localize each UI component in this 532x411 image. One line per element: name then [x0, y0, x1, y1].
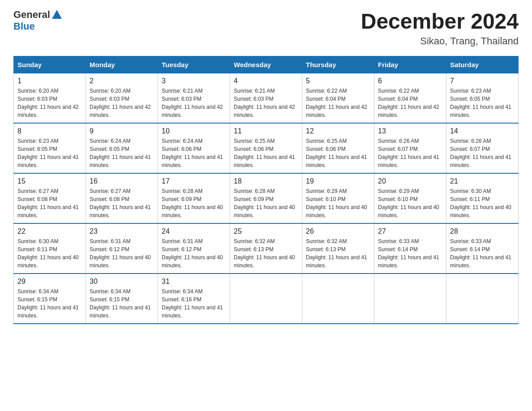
day-info: Sunrise: 6:27 AM Sunset: 6:08 PM Dayligh… — [17, 187, 82, 219]
day-number: 23 — [90, 227, 154, 235]
calendar-day-cell: 17 Sunrise: 6:28 AM Sunset: 6:09 PM Dayl… — [158, 173, 230, 223]
day-info: Sunrise: 6:25 AM Sunset: 6:06 PM Dayligh… — [306, 137, 370, 169]
day-number: 26 — [306, 227, 370, 235]
day-number: 31 — [162, 278, 226, 286]
day-number: 25 — [234, 227, 298, 235]
calendar-week-row: 1 Sunrise: 6:20 AM Sunset: 6:03 PM Dayli… — [14, 73, 519, 124]
day-info: Sunrise: 6:34 AM Sunset: 6:15 PM Dayligh… — [90, 287, 154, 320]
calendar-day-cell: 24 Sunrise: 6:31 AM Sunset: 6:12 PM Dayl… — [158, 223, 230, 274]
day-number: 15 — [17, 177, 82, 185]
calendar-header-row: SundayMondayTuesdayWednesdayThursdayFrid… — [14, 56, 519, 73]
calendar-day-cell: 28 Sunrise: 6:33 AM Sunset: 6:14 PM Dayl… — [446, 223, 519, 274]
day-info: Sunrise: 6:28 AM Sunset: 6:09 PM Dayligh… — [162, 187, 226, 219]
day-info: Sunrise: 6:20 AM Sunset: 6:03 PM Dayligh… — [17, 87, 82, 119]
day-number: 18 — [234, 177, 298, 185]
calendar-day-cell: 31 Sunrise: 6:34 AM Sunset: 6:16 PM Dayl… — [158, 274, 230, 324]
day-info: Sunrise: 6:31 AM Sunset: 6:12 PM Dayligh… — [90, 237, 154, 270]
day-info: Sunrise: 6:24 AM Sunset: 6:05 PM Dayligh… — [90, 137, 154, 169]
logo-blue-text: Blue — [13, 21, 35, 32]
calendar-day-cell: 14 Sunrise: 6:26 AM Sunset: 6:07 PM Dayl… — [446, 123, 519, 173]
calendar-week-row: 8 Sunrise: 6:23 AM Sunset: 6:05 PM Dayli… — [14, 123, 519, 173]
calendar-day-cell: 5 Sunrise: 6:22 AM Sunset: 6:04 PM Dayli… — [302, 73, 374, 124]
day-info: Sunrise: 6:22 AM Sunset: 6:04 PM Dayligh… — [306, 87, 370, 119]
day-number: 17 — [162, 177, 226, 185]
day-number: 2 — [90, 77, 154, 85]
calendar-day-cell: 26 Sunrise: 6:32 AM Sunset: 6:13 PM Dayl… — [302, 223, 374, 274]
day-info: Sunrise: 6:32 AM Sunset: 6:13 PM Dayligh… — [234, 237, 298, 270]
day-info: Sunrise: 6:25 AM Sunset: 6:06 PM Dayligh… — [234, 137, 298, 169]
empty-cell — [374, 274, 446, 324]
day-info: Sunrise: 6:29 AM Sunset: 6:10 PM Dayligh… — [378, 187, 442, 219]
calendar-day-cell: 21 Sunrise: 6:30 AM Sunset: 6:11 PM Dayl… — [446, 173, 519, 223]
page-subtitle: Sikao, Trang, Thailand — [361, 35, 519, 47]
day-info: Sunrise: 6:21 AM Sunset: 6:03 PM Dayligh… — [234, 87, 298, 119]
calendar-header-wednesday: Wednesday — [230, 56, 302, 73]
day-number: 24 — [162, 227, 226, 235]
empty-cell — [446, 274, 519, 324]
day-number: 16 — [90, 177, 154, 185]
calendar-day-cell: 16 Sunrise: 6:27 AM Sunset: 6:08 PM Dayl… — [86, 173, 158, 223]
day-number: 27 — [378, 227, 442, 235]
day-info: Sunrise: 6:28 AM Sunset: 6:09 PM Dayligh… — [234, 187, 298, 219]
day-info: Sunrise: 6:30 AM Sunset: 6:11 PM Dayligh… — [17, 237, 82, 270]
calendar-day-cell: 30 Sunrise: 6:34 AM Sunset: 6:15 PM Dayl… — [86, 274, 158, 324]
calendar-day-cell: 6 Sunrise: 6:22 AM Sunset: 6:04 PM Dayli… — [374, 73, 446, 124]
day-info: Sunrise: 6:31 AM Sunset: 6:12 PM Dayligh… — [162, 237, 226, 270]
calendar-day-cell: 23 Sunrise: 6:31 AM Sunset: 6:12 PM Dayl… — [86, 223, 158, 274]
calendar-week-row: 22 Sunrise: 6:30 AM Sunset: 6:11 PM Dayl… — [14, 223, 519, 274]
day-number: 22 — [17, 227, 82, 235]
day-info: Sunrise: 6:33 AM Sunset: 6:14 PM Dayligh… — [450, 237, 515, 270]
day-number: 20 — [378, 177, 442, 185]
calendar-day-cell: 18 Sunrise: 6:28 AM Sunset: 6:09 PM Dayl… — [230, 173, 302, 223]
calendar-week-row: 29 Sunrise: 6:34 AM Sunset: 6:15 PM Dayl… — [14, 274, 519, 324]
calendar-day-cell: 12 Sunrise: 6:25 AM Sunset: 6:06 PM Dayl… — [302, 123, 374, 173]
calendar-day-cell: 1 Sunrise: 6:20 AM Sunset: 6:03 PM Dayli… — [14, 73, 86, 124]
day-number: 21 — [450, 177, 515, 185]
day-number: 4 — [234, 77, 298, 85]
calendar-day-cell: 20 Sunrise: 6:29 AM Sunset: 6:10 PM Dayl… — [374, 173, 446, 223]
calendar-header-thursday: Thursday — [302, 56, 374, 73]
day-info: Sunrise: 6:34 AM Sunset: 6:15 PM Dayligh… — [17, 287, 82, 320]
page-header: General Blue December 2024 Sikao, Trang,… — [13, 9, 519, 47]
day-number: 8 — [17, 127, 82, 135]
day-info: Sunrise: 6:26 AM Sunset: 6:07 PM Dayligh… — [450, 137, 515, 169]
day-number: 14 — [450, 127, 515, 135]
empty-cell — [230, 274, 302, 324]
day-info: Sunrise: 6:21 AM Sunset: 6:03 PM Dayligh… — [162, 87, 226, 119]
day-number: 29 — [17, 278, 82, 286]
calendar-day-cell: 29 Sunrise: 6:34 AM Sunset: 6:15 PM Dayl… — [14, 274, 86, 324]
calendar-day-cell: 27 Sunrise: 6:33 AM Sunset: 6:14 PM Dayl… — [374, 223, 446, 274]
calendar-day-cell: 25 Sunrise: 6:32 AM Sunset: 6:13 PM Dayl… — [230, 223, 302, 274]
calendar-week-row: 15 Sunrise: 6:27 AM Sunset: 6:08 PM Dayl… — [14, 173, 519, 223]
day-number: 19 — [306, 177, 370, 185]
title-block: December 2024 Sikao, Trang, Thailand — [361, 9, 519, 47]
day-info: Sunrise: 6:22 AM Sunset: 6:04 PM Dayligh… — [378, 87, 442, 119]
day-number: 30 — [90, 278, 154, 286]
calendar-header-sunday: Sunday — [14, 56, 86, 73]
day-number: 13 — [378, 127, 442, 135]
calendar-header-monday: Monday — [86, 56, 158, 73]
calendar-day-cell: 4 Sunrise: 6:21 AM Sunset: 6:03 PM Dayli… — [230, 73, 302, 124]
day-number: 3 — [162, 77, 226, 85]
day-number: 28 — [450, 227, 515, 235]
calendar-header-tuesday: Tuesday — [158, 56, 230, 73]
logo-general-text: General — [13, 9, 50, 21]
calendar-header-saturday: Saturday — [446, 56, 519, 73]
svg-marker-0 — [52, 10, 62, 19]
day-info: Sunrise: 6:33 AM Sunset: 6:14 PM Dayligh… — [378, 237, 442, 270]
calendar-day-cell: 22 Sunrise: 6:30 AM Sunset: 6:11 PM Dayl… — [14, 223, 86, 274]
calendar-day-cell: 7 Sunrise: 6:23 AM Sunset: 6:05 PM Dayli… — [446, 73, 519, 124]
calendar-day-cell: 2 Sunrise: 6:20 AM Sunset: 6:03 PM Dayli… — [86, 73, 158, 124]
calendar-table: SundayMondayTuesdayWednesdayThursdayFrid… — [13, 56, 519, 324]
day-info: Sunrise: 6:27 AM Sunset: 6:08 PM Dayligh… — [90, 187, 154, 219]
day-info: Sunrise: 6:20 AM Sunset: 6:03 PM Dayligh… — [90, 87, 154, 119]
day-info: Sunrise: 6:30 AM Sunset: 6:11 PM Dayligh… — [450, 187, 515, 219]
calendar-day-cell: 19 Sunrise: 6:29 AM Sunset: 6:10 PM Dayl… — [302, 173, 374, 223]
logo-triangle-icon — [52, 10, 62, 19]
day-number: 1 — [17, 77, 82, 85]
calendar-day-cell: 11 Sunrise: 6:25 AM Sunset: 6:06 PM Dayl… — [230, 123, 302, 173]
calendar-day-cell: 3 Sunrise: 6:21 AM Sunset: 6:03 PM Dayli… — [158, 73, 230, 124]
day-number: 10 — [162, 127, 226, 135]
day-info: Sunrise: 6:24 AM Sunset: 6:06 PM Dayligh… — [162, 137, 226, 169]
calendar-day-cell: 8 Sunrise: 6:23 AM Sunset: 6:05 PM Dayli… — [14, 123, 86, 173]
